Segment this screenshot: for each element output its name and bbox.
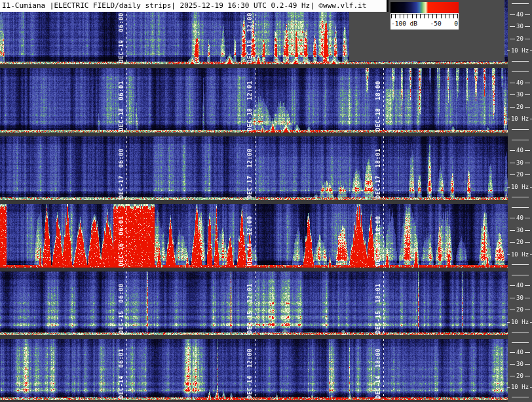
freq-tick-label: 20: [515, 239, 525, 245]
freq-tick-label: 30: [515, 24, 525, 30]
frequency-scale: 40302010 Hz: [508, 68, 532, 132]
freq-tick: 30: [508, 23, 532, 30]
time-marker-label: DEC-18 12:01: [247, 81, 253, 131]
freq-tick: 10 Hz: [508, 251, 532, 258]
time-marker-label: DEC-14 18:00: [375, 349, 381, 399]
time-marker-label: DEC-17 18:01: [375, 149, 381, 199]
freq-tick-label: 10 Hz: [510, 252, 530, 258]
freq-tick-plain: [508, 58, 532, 64]
freq-tick: 40: [508, 11, 532, 18]
freq-tick: 30: [508, 91, 532, 98]
freq-tick-label: 40: [515, 215, 525, 221]
freq-tick: 40: [508, 79, 532, 86]
time-marker-label: DEC-17 12:00: [247, 149, 253, 199]
freq-tick: 10 Hz: [508, 47, 532, 54]
freq-tick-label: 20: [515, 172, 525, 178]
time-marker-line: [255, 339, 256, 400]
freq-tick: 20: [508, 171, 532, 178]
time-marker-label: DEC-16 12:00: [247, 216, 253, 266]
freq-tick-plain: [508, 339, 532, 346]
colorbar-ruler: -100 dB -50 0: [390, 13, 459, 30]
freq-tick-label: 20: [515, 36, 525, 42]
freq-tick: 30: [508, 227, 532, 233]
freq-tick-plain: [508, 329, 532, 335]
freq-tick: 40: [508, 147, 532, 153]
time-marker-label: DEC-15 12:01: [247, 284, 253, 334]
freq-tick-label: 40: [515, 12, 525, 18]
freq-tick-label: 20: [515, 104, 525, 110]
freq-tick: 10 Hz: [508, 384, 532, 390]
freq-tick: 10 Hz: [508, 115, 532, 122]
colorbar-labels: -100 dB -50 0: [391, 18, 458, 28]
colorbar-max-label: 0: [454, 18, 458, 28]
time-marker-label: DEC-18 18:00: [375, 81, 381, 131]
freq-tick-plain: [508, 271, 532, 278]
time-marker-line: [126, 136, 127, 200]
freq-tick-label: 30: [515, 228, 525, 233]
time-marker-label: DEC-14 12:00: [247, 349, 253, 399]
freq-tick: 30: [508, 159, 532, 166]
time-marker-line: [255, 68, 256, 132]
time-marker-line: [383, 204, 384, 268]
frequency-scale: 40302010 Hz: [508, 136, 532, 200]
freq-tick-plain: [508, 0, 532, 7]
time-marker-line: [126, 339, 127, 400]
freq-tick: 20: [508, 35, 532, 42]
freq-tick: 10 Hz: [508, 184, 532, 190]
freq-tick-plain: [508, 193, 532, 200]
freq-tick: 30: [508, 294, 532, 301]
freq-tick: 20: [508, 104, 532, 110]
time-marker-line: [383, 271, 384, 335]
freq-tick-label: 40: [515, 80, 525, 86]
freq-tick-label: 40: [515, 148, 525, 153]
freq-tick: 40: [508, 282, 532, 289]
time-marker-label: DEC-16 18:00: [375, 216, 381, 266]
colorbar-min-label: -100 dB: [391, 18, 417, 28]
time-marker-label: DEC-15 18:01: [375, 284, 381, 334]
freq-tick: 20: [508, 239, 532, 245]
time-marker-line: [126, 68, 127, 132]
freq-tick-label: 10 Hz: [510, 319, 530, 325]
time-marker-line: [126, 271, 127, 335]
time-marker-label: DEC-18 06:01: [119, 81, 124, 131]
freq-tick-plain: [508, 261, 532, 268]
freq-tick-label: 20: [515, 307, 525, 313]
freq-tick-label: 10 Hz: [510, 184, 530, 190]
freq-tick: 10 Hz: [508, 319, 532, 325]
freq-tick-plain: [508, 126, 532, 132]
overlays-layer: DEC-19 06:00DEC-19 12:0040302010 HzDEC-1…: [0, 0, 532, 402]
time-marker-label: DEC-19 12:00: [247, 13, 253, 63]
freq-tick-label: 10 Hz: [510, 384, 530, 390]
time-marker-label: DEC-16 06:01: [119, 216, 124, 266]
time-marker-label: DEC-14 06:01: [119, 349, 124, 399]
frequency-scale: 40302010 Hz: [508, 204, 532, 268]
freq-tick-label: 10 Hz: [510, 116, 530, 122]
title-text: I1-Cumiana |ELECTRIC FIELD/daily strips|…: [2, 1, 366, 10]
time-marker-line: [255, 204, 256, 268]
freq-tick-label: 30: [515, 295, 525, 301]
frequency-scale: 40302010 Hz: [508, 271, 532, 335]
time-marker-line: [255, 271, 256, 335]
time-marker-line: [383, 339, 384, 400]
freq-tick-label: 20: [515, 373, 525, 379]
time-marker-label: DEC-17 06:00: [119, 149, 124, 199]
colorbar-gradient: [390, 2, 459, 13]
time-marker-line: [126, 204, 127, 268]
freq-tick: 40: [508, 214, 532, 221]
freq-tick-label: 40: [515, 283, 525, 289]
title-bar: I1-Cumiana |ELECTRIC FIELD/daily strips|…: [0, 0, 389, 12]
freq-tick: 30: [508, 361, 532, 367]
time-marker-label: DEC-19 06:00: [119, 13, 124, 63]
freq-tick-label: 30: [515, 361, 525, 367]
time-marker-line: [383, 68, 384, 132]
frequency-scale: 40302010 Hz: [508, 0, 532, 64]
time-marker-label: DEC-15 06:00: [119, 284, 124, 334]
vlf-spectrogram-viewer: DEC-19 06:00DEC-19 12:0040302010 HzDEC-1…: [0, 0, 532, 402]
freq-tick-label: 30: [515, 92, 525, 98]
freq-tick-label: 30: [515, 160, 525, 166]
colorbar-ticks: [391, 14, 458, 18]
freq-tick-label: 40: [515, 350, 525, 355]
colorbar-mid-label: -50: [430, 18, 442, 28]
colorbar-legend: -100 dB -50 0: [390, 2, 459, 30]
freq-tick-label: 10 Hz: [510, 48, 530, 54]
